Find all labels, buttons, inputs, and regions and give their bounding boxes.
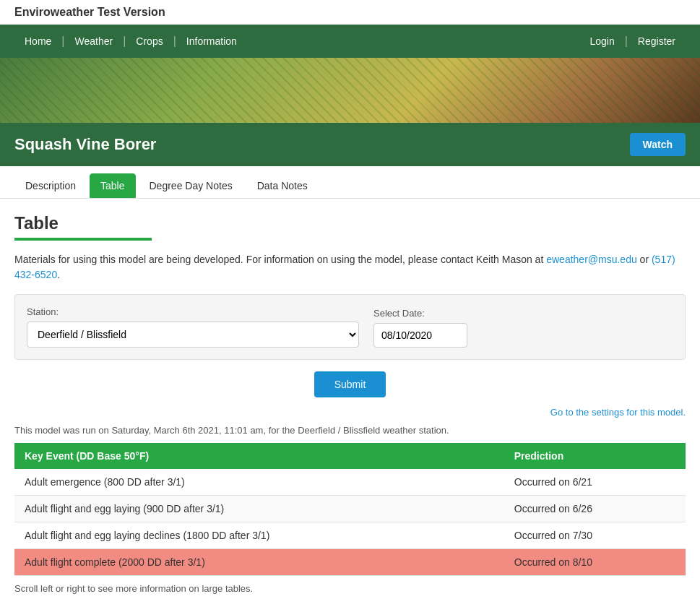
watch-button[interactable]: Watch — [630, 133, 686, 156]
main-content: Table Materials for using this model are… — [0, 199, 700, 599]
section-title: Table — [14, 213, 686, 233]
nav-bar: Home | Weather | Crops | Information Log… — [0, 25, 700, 58]
run-info: This model was run on Saturday, March 6t… — [14, 425, 686, 436]
hero-image — [0, 58, 700, 123]
table-header-row: Key Event (DD Base 50°F) Prediction — [14, 443, 686, 469]
data-table: Key Event (DD Base 50°F) Prediction Adul… — [14, 443, 686, 576]
station-label: Station: — [27, 306, 359, 317]
prediction-cell: Occurred on 6/21 — [504, 469, 686, 496]
station-group: Station: Deerfield / Blissfield — [27, 306, 359, 348]
info-text-or: or — [640, 254, 649, 265]
nav-divider-4: | — [625, 35, 628, 48]
nav-information[interactable]: Information — [176, 27, 247, 56]
table-row: Adult emergence (800 DD after 3/1)Occurr… — [14, 469, 686, 496]
info-paragraph: Materials for using this model are being… — [14, 252, 686, 283]
tab-table[interactable]: Table — [90, 173, 135, 198]
scroll-note: Scroll left or right to see more informa… — [14, 583, 686, 594]
station-select[interactable]: Deerfield / Blissfield — [27, 322, 359, 348]
col-header-event: Key Event (DD Base 50°F) — [14, 443, 504, 469]
submit-button[interactable]: Submit — [314, 371, 386, 397]
nav-crops[interactable]: Crops — [126, 27, 173, 56]
nav-divider-2: | — [123, 35, 126, 48]
form-row: Station: Deerfield / Blissfield Select D… — [27, 306, 673, 348]
date-input[interactable] — [373, 323, 467, 348]
nav-divider-3: | — [173, 35, 176, 48]
nav-login[interactable]: Login — [579, 27, 624, 56]
date-group: Select Date: — [373, 308, 467, 348]
form-box: Station: Deerfield / Blissfield Select D… — [14, 294, 686, 360]
event-cell: Adult emergence (800 DD after 3/1) — [14, 469, 504, 496]
hero-overlay — [0, 58, 700, 123]
submit-area: Submit — [14, 371, 686, 397]
email-link[interactable]: eweather@msu.edu — [546, 254, 637, 265]
nav-weather[interactable]: Weather — [65, 27, 124, 56]
tab-description[interactable]: Description — [14, 173, 87, 198]
prediction-cell: Occurred on 8/10 — [504, 549, 686, 576]
table-row: Adult flight complete (2000 DD after 3/1… — [14, 549, 686, 576]
tab-data-notes[interactable]: Data Notes — [246, 173, 319, 198]
settings-link[interactable]: Go to the settings for this model. — [550, 407, 686, 418]
col-header-prediction: Prediction — [504, 443, 686, 469]
info-text-3: . — [57, 269, 60, 280]
event-cell: Adult flight and egg laying declines (18… — [14, 522, 504, 549]
table-row: Adult flight and egg laying (900 DD afte… — [14, 496, 686, 522]
prediction-cell: Occurred on 7/30 — [504, 522, 686, 549]
settings-link-area: Go to the settings for this model. — [14, 406, 686, 418]
tab-degree-day-notes[interactable]: Degree Day Notes — [139, 173, 243, 198]
page-title: Squash Vine Borer — [14, 135, 156, 154]
page-header: Squash Vine Borer Watch — [0, 123, 700, 166]
nav-register[interactable]: Register — [628, 27, 686, 56]
nav-left: Home | Weather | Crops | Information — [14, 27, 247, 56]
app-title: Enviroweather Test Version — [0, 0, 700, 25]
table-row: Adult flight and egg laying declines (18… — [14, 522, 686, 549]
nav-home[interactable]: Home — [14, 27, 61, 56]
section-underline — [14, 238, 152, 241]
prediction-cell: Occurred on 6/26 — [504, 496, 686, 522]
event-cell: Adult flight and egg laying (900 DD afte… — [14, 496, 504, 522]
info-text-1: Materials for using this model are being… — [14, 254, 543, 265]
tab-bar: Description Table Degree Day Notes Data … — [0, 166, 700, 199]
nav-divider-1: | — [61, 35, 64, 48]
date-label: Select Date: — [373, 308, 467, 319]
event-cell: Adult flight complete (2000 DD after 3/1… — [14, 549, 504, 576]
nav-right: Login | Register — [579, 27, 686, 56]
